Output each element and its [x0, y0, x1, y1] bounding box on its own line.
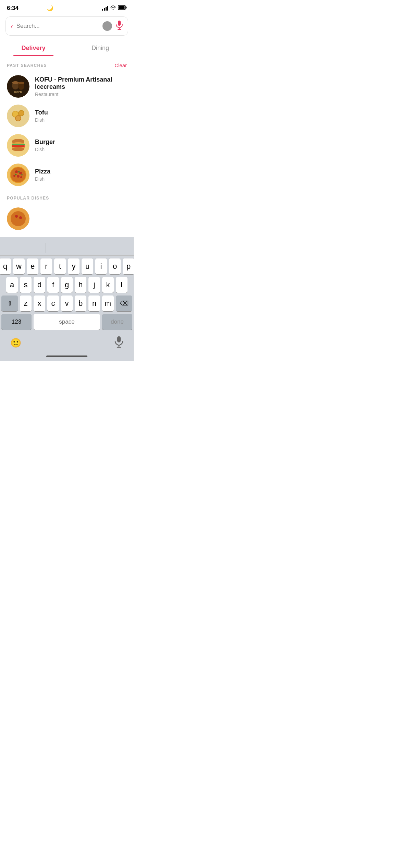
keyboard-row-2: a s d f g h j k l [1, 277, 132, 293]
tab-dining[interactable]: Dining [67, 40, 134, 56]
pizza-thumbnail [7, 164, 29, 186]
key-x[interactable]: x [34, 296, 45, 311]
svg-point-10 [18, 82, 24, 84]
space-key[interactable]: space [34, 314, 100, 330]
svg-point-16 [19, 111, 24, 116]
tofu-info: Tofu Dish [35, 109, 48, 123]
popular-item-thumbnail [7, 207, 29, 230]
keyboard-row-1: q w e r t y u i o p [1, 258, 132, 274]
past-searches-header: PAST SEARCHES Clear [0, 56, 134, 72]
key-c[interactable]: c [47, 296, 59, 311]
svg-point-40 [19, 216, 22, 219]
suggestion-divider-right [88, 243, 88, 253]
list-item[interactable]: Burger Dish [0, 131, 134, 160]
svg-point-18 [16, 116, 21, 121]
keyboard-suggestions [0, 240, 134, 256]
svg-point-36 [21, 174, 23, 176]
popular-dishes-header: POPULAR DISHES [0, 190, 134, 204]
key-y[interactable]: y [68, 258, 80, 274]
burger-type: Dish [35, 147, 55, 152]
key-t[interactable]: t [54, 258, 66, 274]
svg-rect-2 [126, 7, 127, 9]
list-item[interactable]: Pizza Dish [0, 160, 134, 190]
key-p[interactable]: p [123, 258, 134, 274]
key-j[interactable]: j [88, 277, 100, 293]
shift-key[interactable]: ⇧ [1, 296, 18, 311]
key-o[interactable]: o [109, 258, 121, 274]
svg-point-33 [20, 176, 22, 178]
tofu-thumbnail [7, 105, 29, 127]
status-time: 6:34 [7, 5, 19, 12]
kofu-type: Restaurant [35, 92, 127, 97]
pizza-info: Pizza Dish [35, 168, 50, 182]
svg-point-29 [15, 170, 18, 173]
svg-rect-1 [119, 6, 125, 9]
key-e[interactable]: e [27, 258, 38, 274]
key-u[interactable]: u [82, 258, 93, 274]
svg-point-34 [18, 171, 20, 173]
search-input[interactable] [16, 23, 99, 29]
list-item[interactable]: KOFU KOFU - Premium Artisanal Icecreams … [0, 72, 134, 101]
battery-icon [118, 5, 127, 11]
svg-point-32 [13, 175, 15, 177]
list-item[interactable] [0, 204, 134, 233]
key-v[interactable]: v [61, 296, 73, 311]
key-m[interactable]: m [102, 296, 114, 311]
svg-rect-41 [117, 336, 121, 342]
svg-point-30 [19, 172, 22, 174]
svg-rect-22 [12, 144, 25, 145]
pizza-name: Pizza [35, 168, 50, 175]
mic-icon[interactable] [116, 20, 123, 32]
keyboard-mic-icon[interactable] [114, 336, 123, 350]
home-indicator [0, 353, 134, 361]
svg-point-25 [12, 147, 24, 151]
key-s[interactable]: s [20, 277, 32, 293]
key-w[interactable]: w [13, 258, 25, 274]
tofu-type: Dish [35, 117, 48, 123]
key-a[interactable]: a [6, 277, 18, 293]
key-g[interactable]: g [61, 277, 73, 293]
kofu-name: KOFU - Premium Artisanal Icecreams [35, 76, 127, 91]
key-f[interactable]: f [47, 277, 59, 293]
svg-point-38 [11, 211, 26, 226]
status-bar: 6:34 🌙 [0, 0, 134, 14]
burger-info: Burger Dish [35, 138, 55, 152]
keyboard-bottom-bar: 🙂 [0, 331, 134, 353]
tab-delivery[interactable]: Delivery [0, 40, 67, 56]
key-k[interactable]: k [102, 277, 114, 293]
clear-button[interactable]: Clear [114, 62, 127, 68]
suggestion-divider-left [46, 243, 46, 253]
key-l[interactable]: l [116, 277, 127, 293]
keyboard-row-4: 123 space done [1, 314, 132, 330]
back-button[interactable]: ‹ [11, 22, 13, 30]
key-n[interactable]: n [88, 296, 100, 311]
tabs: Delivery Dining [0, 40, 134, 56]
key-d[interactable]: d [34, 277, 45, 293]
wifi-icon [110, 5, 116, 11]
list-item[interactable]: Tofu Dish [0, 101, 134, 131]
moon-icon: 🌙 [47, 5, 53, 11]
emoji-key[interactable]: 🙂 [10, 338, 21, 348]
home-bar [46, 355, 87, 357]
kofu-info: KOFU - Premium Artisanal Icecreams Resta… [35, 76, 127, 97]
search-bar[interactable]: ‹ [5, 16, 128, 36]
keyboard-rows: q w e r t y u i o p a s d f g h j k l ⇧ … [0, 256, 134, 331]
popular-dishes-section: POPULAR DISHES [0, 190, 134, 237]
key-i[interactable]: i [95, 258, 107, 274]
svg-rect-23 [12, 145, 25, 147]
key-b[interactable]: b [75, 296, 86, 311]
status-icons [102, 5, 127, 11]
pizza-type: Dish [35, 176, 50, 182]
key-r[interactable]: r [40, 258, 52, 274]
done-key[interactable]: done [102, 314, 132, 330]
search-dot-icon [102, 21, 112, 31]
burger-thumbnail [7, 134, 29, 157]
burger-name: Burger [35, 138, 55, 146]
key-z[interactable]: z [20, 296, 32, 311]
delete-key[interactable]: ⌫ [116, 296, 132, 311]
numbers-key[interactable]: 123 [1, 314, 32, 330]
key-h[interactable]: h [75, 277, 86, 293]
key-q[interactable]: q [0, 258, 11, 274]
popular-dishes-title: POPULAR DISHES [7, 196, 49, 201]
svg-text:KOFU: KOFU [14, 91, 22, 94]
